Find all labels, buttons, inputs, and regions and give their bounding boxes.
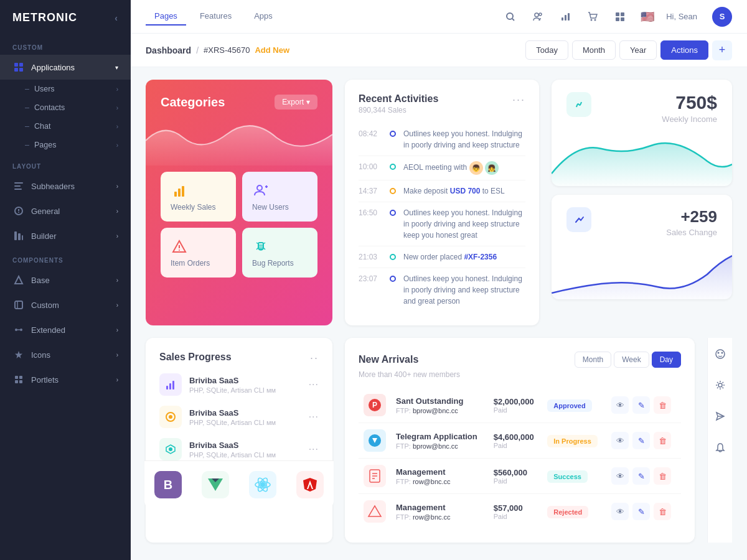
- topnav-avatar[interactable]: S: [712, 7, 732, 27]
- grid-icon[interactable]: [611, 8, 629, 26]
- svg-point-73: [718, 383, 722, 387]
- new-arrivals-card: New Arrivals Month Week Day More than 40…: [345, 338, 695, 543]
- svg-rect-3: [19, 68, 23, 72]
- categories-header: Categories Export ▾: [161, 95, 317, 110]
- applications-submenu: – Users › – Contacts › – Chat › – Pages …: [0, 80, 131, 154]
- category-weekly-sales[interactable]: Weekly Sales: [161, 172, 236, 222]
- users-icon[interactable]: [529, 8, 547, 26]
- svg-rect-37: [174, 192, 177, 197]
- arrivals-header: New Arrivals Month Week Day: [359, 352, 681, 368]
- sidebar-item-base[interactable]: Base ›: [0, 268, 131, 292]
- framework-react[interactable]: [239, 461, 286, 508]
- general-icon: [12, 205, 25, 217]
- table-row: Management FTP: row@bnc.cc $57,000 Paid …: [359, 494, 681, 530]
- svg-point-55: [169, 415, 172, 419]
- weekly-income-chart: [552, 130, 732, 186]
- portlets-icon: [12, 373, 25, 386]
- arrivals-day-btn[interactable]: Day: [652, 352, 681, 368]
- framework-angular[interactable]: [286, 461, 334, 508]
- rs-bell-icon[interactable]: [710, 437, 730, 457]
- category-bug-reports[interactable]: Bug Reports: [242, 228, 317, 278]
- chart-icon[interactable]: [557, 8, 574, 26]
- rs-send-icon[interactable]: [710, 406, 730, 426]
- framework-vue[interactable]: [192, 461, 239, 508]
- svg-point-32: [594, 19, 596, 21]
- arrivals-week-btn[interactable]: Week: [614, 352, 649, 368]
- category-item-orders[interactable]: Item Orders: [161, 228, 236, 278]
- add-new-button[interactable]: Add New: [255, 45, 289, 55]
- item-orders-label: Item Orders: [171, 259, 210, 268]
- extended-label: Extended: [31, 325, 116, 335]
- activities-menu-icon[interactable]: ···: [512, 93, 525, 106]
- svg-point-9: [18, 212, 19, 213]
- svg-point-40: [257, 185, 262, 190]
- rs-palette-icon[interactable]: [710, 344, 730, 364]
- edit-button-4[interactable]: ✎: [632, 503, 650, 520]
- weekly-income-value: 750$: [662, 92, 717, 113]
- svg-rect-30: [568, 13, 570, 21]
- view-button-3[interactable]: 👁: [611, 467, 629, 485]
- svg-rect-20: [15, 376, 18, 379]
- subheaders-label: Subheaders: [31, 182, 116, 191]
- sidebar-item-chat[interactable]: – Chat ›: [0, 117, 131, 136]
- year-button[interactable]: Year: [619, 40, 657, 60]
- delete-button-2[interactable]: 🗑: [654, 432, 671, 449]
- sidebar-item-users[interactable]: – Users ›: [0, 80, 131, 98]
- progress-item-menu-2[interactable]: ···: [309, 411, 319, 422]
- view-button-4[interactable]: 👁: [611, 503, 629, 520]
- month-button[interactable]: Month: [572, 40, 616, 60]
- sidebar-item-subheaders[interactable]: Subheaders ›: [0, 174, 131, 198]
- status-badge-1: Approved: [547, 399, 591, 412]
- topnav-link-features[interactable]: Features: [191, 7, 240, 26]
- applications-label: Applications: [31, 63, 115, 72]
- right-sidebar: [707, 338, 732, 543]
- category-new-users[interactable]: New Users: [242, 172, 317, 222]
- timeline-dot: [390, 254, 396, 260]
- edit-button-1[interactable]: ✎: [632, 396, 650, 414]
- page-content: Categories Export ▾: [131, 67, 747, 560]
- svg-rect-5: [14, 185, 21, 187]
- weekly-sales-label: Weekly Sales: [171, 203, 215, 212]
- sidebar-item-applications[interactable]: Applications ▾: [0, 55, 131, 80]
- sales-change-chart: [552, 243, 732, 299]
- svg-point-71: [717, 352, 719, 354]
- sidebar-item-extended[interactable]: Extended ›: [0, 317, 131, 342]
- sidebar-item-portlets[interactable]: Portlets ›: [0, 367, 131, 392]
- cart-icon[interactable]: [584, 8, 601, 26]
- sidebar-item-icons[interactable]: Icons ›: [0, 342, 131, 367]
- sidebar-item-contacts[interactable]: – Contacts ›: [0, 98, 131, 117]
- view-button-1[interactable]: 👁: [611, 396, 629, 414]
- edit-button-3[interactable]: ✎: [632, 467, 650, 485]
- sidebar-item-builder[interactable]: Builder ›: [0, 223, 131, 248]
- sidebar-item-general[interactable]: General ›: [0, 198, 131, 223]
- svg-rect-28: [561, 17, 563, 21]
- svg-rect-34: [621, 12, 624, 16]
- rs-settings-icon[interactable]: [710, 375, 730, 395]
- svg-rect-2: [14, 68, 18, 72]
- delete-button-1[interactable]: 🗑: [654, 396, 671, 414]
- topnav-link-apps[interactable]: Apps: [245, 7, 281, 26]
- add-plus-button[interactable]: +: [712, 40, 732, 60]
- progress-item-menu-3[interactable]: ···: [309, 444, 319, 455]
- flag-icon[interactable]: 🇺🇸: [639, 8, 656, 26]
- arrivals-month-btn[interactable]: Month: [575, 352, 611, 368]
- sidebar-item-custom[interactable]: Custom ›: [0, 292, 131, 317]
- delete-button-3[interactable]: 🗑: [654, 467, 671, 485]
- svg-rect-52: [169, 383, 171, 390]
- search-icon[interactable]: [502, 8, 519, 26]
- export-button[interactable]: Export ▾: [275, 95, 317, 110]
- progress-icon-1: [159, 373, 182, 396]
- portlets-arrow: ›: [116, 376, 118, 383]
- today-button[interactable]: Today: [525, 40, 568, 60]
- sales-progress-menu[interactable]: ··: [310, 352, 319, 365]
- sidebar-item-pages[interactable]: – Pages ›: [0, 136, 131, 154]
- progress-item-menu-1[interactable]: ···: [309, 379, 319, 390]
- topnav-link-pages[interactable]: Pages: [146, 7, 186, 26]
- arr-name-2: Telegram Application: [396, 432, 484, 441]
- edit-button-2[interactable]: ✎: [632, 432, 650, 449]
- view-button-2[interactable]: 👁: [611, 432, 629, 449]
- actions-button[interactable]: Actions: [660, 40, 708, 60]
- sidebar-collapse-icon[interactable]: ‹: [115, 13, 118, 23]
- framework-bootstrap[interactable]: B: [144, 461, 192, 508]
- delete-button-4[interactable]: 🗑: [654, 503, 671, 520]
